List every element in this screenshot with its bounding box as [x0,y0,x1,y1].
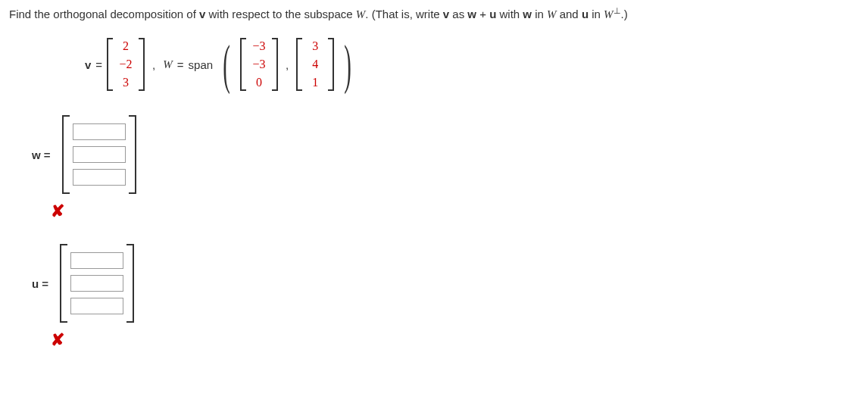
question-text: Find the orthogonal decomposition of v w… [9,6,859,21]
q-text-7: and [557,8,582,20]
w-input-0[interactable] [73,123,126,140]
eq-equals-1: = [95,58,102,71]
q-w2: w [523,8,532,20]
q-v2: v [443,8,449,20]
eq-equals-2: = [177,58,184,71]
q-w: w [467,8,476,20]
answer-w-vector [62,115,136,194]
w-input-2[interactable] [73,169,126,186]
q-perp: ⊥ [614,6,621,15]
q-W3: W [604,8,614,20]
equation-display: v = 2 −2 3 , W = span ( −3 −3 0 , 3 4 1 … [85,36,859,92]
vector-v: 2 −2 3 [107,36,145,92]
b1-entry-0: −3 [252,39,266,53]
b1-entry-2: 0 [252,76,266,89]
b2-entry-1: 4 [308,58,322,71]
basis-vector-1: −3 −3 0 [240,36,278,92]
q-plus: + [476,8,489,20]
q-text-4: as [449,8,467,20]
b1-entry-1: −3 [252,58,266,71]
v-entry-1: −2 [119,58,133,71]
answer-w-row: w = [32,115,859,194]
basis-vector-2: 3 4 1 [296,36,334,92]
q-W: W [356,8,366,20]
q-text-5: with [496,8,523,20]
w-input-1[interactable] [73,146,126,163]
eq-v-label: v [85,58,91,71]
q-u: u [489,8,496,20]
eq-W-label: W [163,58,173,71]
b2-entry-2: 1 [308,76,322,89]
q-text-2: with respect to the subspace [205,8,355,20]
eq-span: span [189,58,214,71]
q-text-6: in [532,8,547,20]
paren-left: ( [223,42,230,87]
q-text-1: Find the orthogonal decomposition of [9,8,199,20]
answer-u-vector [60,244,134,323]
q-text-end: .) [621,8,628,20]
b2-entry-0: 3 [308,39,322,53]
incorrect-icon-u: ✘ [51,330,859,350]
q-text-8: in [589,8,604,20]
w-label: w = [32,148,51,161]
paren-right: ) [344,42,351,87]
v-entry-2: 3 [119,76,133,89]
u-label: u = [32,277,48,290]
u-input-0[interactable] [70,252,123,269]
incorrect-icon-w: ✘ [51,202,859,221]
q-W2: W [547,8,557,20]
u-input-2[interactable] [70,298,123,314]
q-u2: u [582,8,589,20]
eq-comma-2: , [286,58,289,71]
q-text-3: . (That is, write [365,8,443,20]
u-input-1[interactable] [70,275,123,292]
answer-u-row: u = [32,244,859,323]
v-entry-0: 2 [119,39,133,53]
eq-comma-1: , [152,58,155,71]
